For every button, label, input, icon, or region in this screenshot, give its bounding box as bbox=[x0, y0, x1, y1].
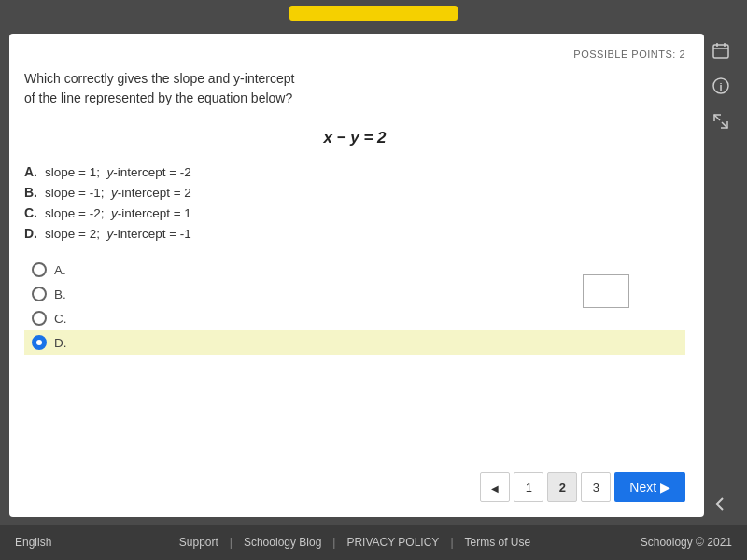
svg-rect-0 bbox=[713, 45, 728, 58]
pagination-row: 1 2 3 Next ▶ bbox=[24, 463, 685, 502]
radio-option-c[interactable]: C. bbox=[24, 306, 685, 330]
footer-privacy-link[interactable]: PRIVACY POLICY bbox=[346, 536, 439, 549]
svg-line-6 bbox=[714, 115, 720, 120]
info-icon[interactable]: i bbox=[708, 73, 734, 99]
footer-language[interactable]: English bbox=[15, 536, 90, 549]
prev-page-button[interactable] bbox=[480, 472, 510, 502]
expand-icon[interactable] bbox=[708, 108, 734, 134]
footer-terms-link[interactable]: Terms of Use bbox=[465, 536, 531, 549]
calendar-icon[interactable] bbox=[708, 37, 734, 63]
radio-label-d: D. bbox=[54, 336, 67, 350]
footer-center: Support | Schoology Blog | PRIVACY POLIC… bbox=[90, 536, 620, 549]
radio-circle-d[interactable] bbox=[32, 335, 47, 350]
choice-a: A. slope = 1; y-intercept = -2 bbox=[24, 162, 685, 181]
equation: x − y = 2 bbox=[24, 129, 685, 147]
footer: English Support | Schoology Blog | PRIVA… bbox=[0, 525, 747, 560]
radio-circle-c[interactable] bbox=[32, 311, 47, 326]
chevron-left-icon bbox=[491, 481, 499, 495]
question-card: POSSIBLE POINTS: 2 Which correctly gives… bbox=[9, 34, 704, 517]
radio-circle-b[interactable] bbox=[32, 287, 47, 301]
answer-choices: A. slope = 1; y-intercept = -2 B. slope … bbox=[24, 162, 685, 243]
choice-c: C. slope = -2; y-intercept = 1 bbox=[24, 203, 685, 222]
page-1-button[interactable]: 1 bbox=[514, 472, 543, 502]
possible-points: POSSIBLE POINTS: 2 bbox=[24, 49, 685, 60]
page-2-button[interactable]: 2 bbox=[547, 472, 577, 502]
footer-blog-link[interactable]: Schoology Blog bbox=[244, 536, 321, 549]
radio-label-b: B. bbox=[54, 287, 66, 301]
small-rect-graphic bbox=[583, 274, 629, 308]
sidebar-icons: i bbox=[704, 34, 738, 517]
next-button[interactable]: Next ▶ bbox=[614, 472, 685, 502]
collapse-panel-icon[interactable] bbox=[708, 491, 734, 517]
radio-option-d[interactable]: D. bbox=[24, 330, 685, 355]
footer-support-link[interactable]: Support bbox=[179, 536, 218, 549]
page-3-button[interactable]: 3 bbox=[581, 472, 611, 502]
svg-text:i: i bbox=[719, 81, 722, 92]
footer-copyright: Schoology © 2021 bbox=[620, 536, 732, 549]
top-bar-highlight bbox=[289, 6, 458, 21]
top-bar bbox=[0, 0, 747, 26]
main-area: POSSIBLE POINTS: 2 Which correctly gives… bbox=[0, 26, 747, 525]
radio-label-c: C. bbox=[54, 312, 67, 326]
radio-circle-a[interactable] bbox=[32, 262, 47, 277]
choice-b: B. slope = -1; y-intercept = 2 bbox=[24, 183, 685, 202]
svg-line-7 bbox=[722, 122, 727, 128]
choice-d: D. slope = 2; y-intercept = -1 bbox=[24, 224, 685, 243]
radio-label-a: A. bbox=[54, 263, 66, 277]
question-text: Which correctly gives the slope and y-in… bbox=[24, 69, 685, 108]
